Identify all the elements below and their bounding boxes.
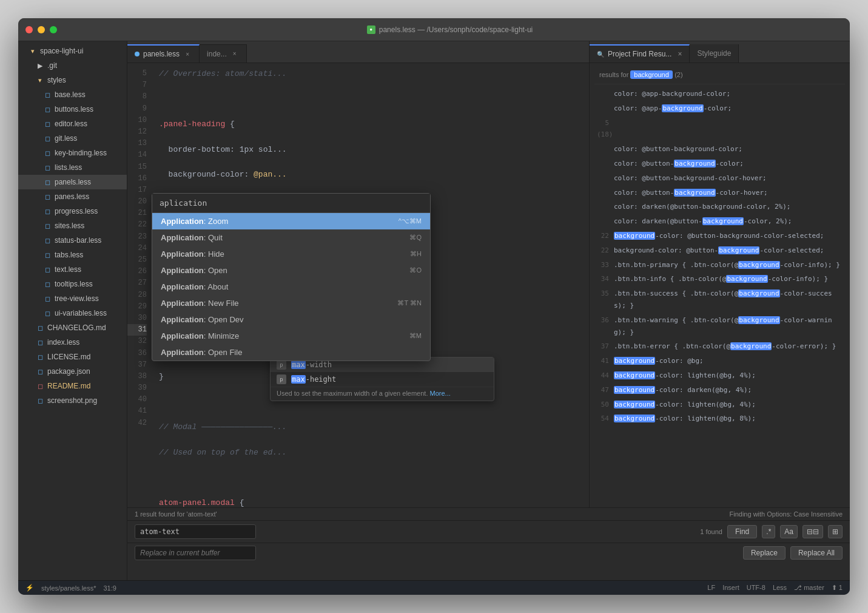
tab-styleguide[interactable]: Styleguide [690,44,739,63]
result-line[interactable]: 33 .btn.btn-primary { .btn-color(@backgr… [594,258,845,273]
sidebar-item-progress[interactable]: ◻ progress.less [18,204,127,218]
sidebar-item-status-bar[interactable]: ◻ status-bar.less [18,233,127,248]
sidebar-item-tree-view[interactable]: ◻ tree-view.less [18,291,127,306]
minimize-button[interactable] [38,26,45,33]
result-line[interactable]: color: @button-background-color-hover; [594,171,845,186]
sidebar-item-ui-variables[interactable]: ◻ ui-variables.less [18,306,127,320]
suggestion-badge: p [277,360,286,370]
sidebar-item-git-less[interactable]: ◻ git.less [18,131,127,146]
file-icon: ◻ [42,250,52,260]
scope-toggle[interactable]: ⊞ [828,525,843,538]
maximize-button[interactable] [50,26,57,33]
sidebar-item-tooltips[interactable]: ◻ tooltips.less [18,277,127,291]
result-line[interactable]: color: darken(@button-background-color, … [594,200,845,214]
find-input[interactable] [135,524,256,539]
regex-toggle[interactable]: .* [762,525,775,538]
find-button[interactable]: Find [727,525,757,538]
result-line[interactable]: 47 background-color: darken(@bg, 4%); [594,383,845,398]
autocomplete-item[interactable]: Application: Zoom ^⌥⌘M [152,213,430,229]
autocomplete-shortcut: ^⌥⌘M [399,217,422,225]
tab-panels[interactable]: panels.less × [127,44,200,63]
sidebar-item-key-binding[interactable]: ◻ key-binding.less [18,146,127,160]
autocomplete-search-input[interactable] [160,198,423,208]
close-button[interactable] [25,26,33,33]
sidebar-item-panels[interactable]: ◻ panels.less [18,175,127,189]
sidebar-item-lists[interactable]: ◻ lists.less [18,160,127,175]
result-text: background-color: lighten(@bg, 8%); [614,413,843,425]
sidebar-item-git[interactable]: ▶ .git [18,58,127,73]
result-text: .btn.btn-info { .btn-color(@background-c… [614,273,843,285]
status-right: LF Insert UTF-8 Less ⎇ master ⬆ 1 [707,584,843,592]
file-type-icon: ● [367,25,375,34]
autocomplete-item[interactable]: Application: About [152,279,430,295]
sidebar: ▾ space-light-ui ▶ .git ▾ styles ◻ base.… [18,41,127,580]
close-tab-icon[interactable]: × [678,50,682,58]
result-line[interactable]: 35 .btn.btn-success { .btn-color(@backgr… [594,286,845,313]
result-line[interactable]: 50 background-color: lighten(@bg, 4%); [594,398,845,412]
sidebar-label: sites.less [55,222,84,230]
sidebar-item-tabs[interactable]: ◻ tabs.less [18,248,127,262]
sidebar-item-package[interactable]: ◻ package.json [18,364,127,379]
sidebar-item-buttons[interactable]: ◻ buttons.less [18,102,127,117]
traffic-lights [25,26,57,33]
result-line[interactable]: color: @app-background-color; [594,101,845,116]
sidebar-item-panes[interactable]: ◻ panes.less [18,189,127,204]
sidebar-item-styles[interactable]: ▾ styles [18,73,127,87]
sidebar-item-index[interactable]: ◻ index.less [18,335,127,350]
case-sensitive-toggle[interactable]: Aa [780,525,798,538]
autocomplete-shortcut: ⌘O [409,266,422,274]
sidebar-item-base[interactable]: ◻ base.less [18,87,127,102]
result-line[interactable]: color: @button-background-color; [594,157,845,171]
sidebar-item-text[interactable]: ◻ text.less [18,262,127,277]
replace-button[interactable]: Replace [743,546,786,560]
result-text: background-color: lighten(@bg, 4%); [614,370,843,382]
right-panel: 🔍 Project Find Resu... × Styleguide resu… [589,41,850,507]
sidebar-item-project[interactable]: ▾ space-light-ui [18,44,127,58]
result-line[interactable]: 37 .btn.btn-error { .btn-color(@backgrou… [594,339,845,354]
autocomplete-item[interactable]: Application: Hide ⌘H [152,246,430,262]
result-line[interactable]: 36 .btn.btn-warning { .btn-color(@backgr… [594,313,845,340]
autocomplete-item[interactable]: Application: Quit ⌘Q [152,229,430,246]
result-line[interactable]: 34 .btn.btn-info { .btn-color(@backgroun… [594,272,845,286]
more-link[interactable]: More... [430,390,451,397]
autocomplete-item[interactable]: Application: Minimize ⌘M [152,328,430,344]
sidebar-item-editor[interactable]: ◻ editor.less [18,117,127,131]
tab-project-find[interactable]: 🔍 Project Find Resu... × [590,44,690,63]
suggestion-text: max-height [291,375,336,384]
autocomplete-item[interactable]: Application: New File ⌘T ⌘N [152,295,430,311]
suggestion-item[interactable]: p max-height [271,372,494,387]
charset: UTF-8 [747,584,765,592]
result-line[interactable]: 41 background-color: @bg; [594,354,845,368]
result-line[interactable]: 22 background-color: @button-background-… [594,229,845,243]
sidebar-item-readme[interactable]: ◻ README.md [18,379,127,393]
tab-index[interactable]: inde... × [200,44,247,63]
file-icon: ◻ [35,396,45,405]
result-line[interactable]: color: darken(@button-background-color, … [594,214,845,229]
result-line[interactable]: 22 background-color: @button-background-… [594,243,845,258]
result-text: color: darken(@button-background-color, … [614,215,843,228]
results-for-label: results for [599,71,630,78]
autocomplete-item[interactable]: Application: Open Dev [152,311,430,328]
sidebar-item-screenshot[interactable]: ◻ screenshot.png [18,393,127,408]
whole-word-toggle[interactable]: ⊟⊟ [802,525,823,538]
result-line[interactable]: color: @button-background-color-hover; [594,186,845,200]
sidebar-label: ui-variables.less [55,309,107,317]
result-line[interactable]: color: @app-background-color; [594,87,845,101]
autocomplete-item[interactable]: Application: Open File [152,344,430,361]
tab-close-button[interactable]: × [183,50,192,58]
autocomplete-item[interactable]: Application: Open ⌘O [152,262,430,279]
result-section: 5 (18) [594,116,845,143]
sidebar-item-sites[interactable]: ◻ sites.less [18,218,127,233]
replace-all-button[interactable]: Replace All [790,546,843,560]
sidebar-item-license[interactable]: ◻ LICENSE.md [18,350,127,364]
result-line[interactable]: 54 background-color: lighten(@bg, 8%); [594,411,845,426]
sidebar-item-changelog[interactable]: ◻ CHANGELOG.md [18,320,127,335]
result-line[interactable]: color: @button-background-color; [594,142,845,157]
line-number: 5 (18) [597,117,614,141]
autocomplete-shortcut: ⌘Q [409,234,422,242]
file-icon: ◻ [35,337,45,347]
replace-input[interactable] [135,546,256,560]
line-numbers: 5 7 8 9 10 12 13 14 15 16 17 [127,63,152,507]
tab-close-button[interactable]: × [230,50,239,58]
result-line[interactable]: 44 background-color: lighten(@bg, 4%); [594,368,845,383]
